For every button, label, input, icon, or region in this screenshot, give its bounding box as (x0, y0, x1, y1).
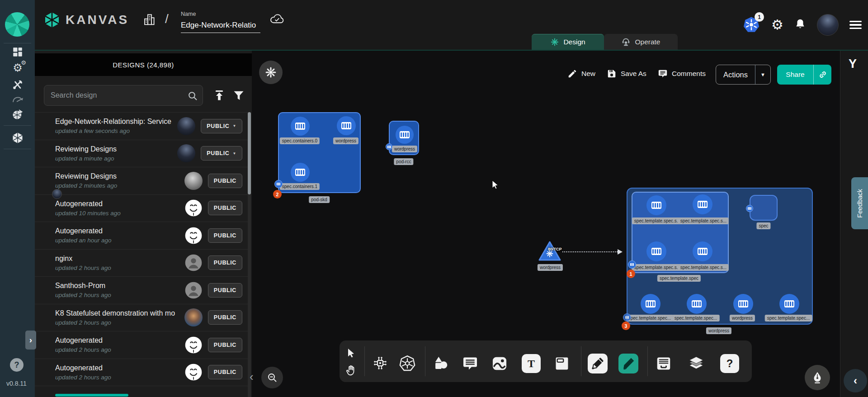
node-port-knob[interactable] (274, 180, 283, 188)
configuration-tools-icon[interactable] (11, 78, 24, 91)
toolbar-help-button[interactable]: ? (720, 354, 739, 373)
node-spec[interactable] (750, 195, 778, 221)
share-button[interactable]: Share (777, 65, 831, 85)
dashboard-icon[interactable] (11, 45, 24, 59)
design-list-item[interactable]: Reviewing Designs updated 2 minutes ago … (35, 167, 248, 195)
mesh-pie-icon[interactable] (11, 108, 24, 121)
design-list-item[interactable]: Reviewing Designs updated a minute ago P… (35, 140, 248, 168)
visibility-badge[interactable]: PUBLIC (208, 255, 242, 270)
container-node[interactable] (291, 163, 310, 182)
node-service-wordpress[interactable] (538, 241, 561, 263)
help-icon[interactable]: ? (10, 358, 24, 372)
design-list-item[interactable]: Santhosh-Prom updated 2 hours ago PUBLIC (35, 277, 248, 304)
node-port-knob[interactable] (623, 313, 631, 321)
design-list: Edge-Network-Relationship: Service updat… (35, 112, 248, 397)
design-list-item[interactable]: Autogenerated updated 2 hours ago PUBLIC (35, 331, 248, 359)
search-input[interactable] (44, 85, 203, 105)
search-icon[interactable] (187, 90, 198, 103)
layers-tool[interactable] (687, 354, 706, 373)
edge-pen-tool[interactable] (588, 354, 608, 373)
panel-scrollbar-thumb[interactable] (248, 112, 251, 194)
lifecycle-gears-icon[interactable]: ⚙⚙ (11, 61, 24, 75)
freehand-draw-tool[interactable] (618, 354, 638, 373)
notifications-bell-icon[interactable] (794, 18, 806, 32)
container-node[interactable] (396, 126, 414, 144)
container-node[interactable] (641, 294, 660, 314)
kanvas-logo[interactable]: KANVAS (43, 11, 129, 29)
image-tool[interactable] (490, 354, 509, 373)
container-node[interactable] (779, 294, 799, 314)
menu-hamburger-icon[interactable] (849, 21, 862, 29)
collapse-right-panel-button[interactable]: ‹ (844, 369, 867, 392)
organization-icon[interactable] (142, 13, 156, 28)
pan-hand-tool[interactable] (344, 364, 358, 377)
pen-nib-button[interactable] (805, 365, 830, 390)
filter-funnel-icon[interactable] (232, 89, 245, 104)
visibility-badge[interactable]: PUBLIC (208, 310, 242, 325)
settings-gear-icon[interactable]: ⚙ (771, 18, 783, 32)
feedback-tab[interactable]: Feedback (851, 177, 868, 229)
visibility-dropdown[interactable]: PUBLIC▼ (201, 146, 242, 161)
visibility-badge[interactable]: PUBLIC (208, 228, 242, 243)
note-tool[interactable] (552, 354, 571, 373)
design-name-input[interactable] (181, 20, 260, 33)
visibility-badge[interactable]: PUBLIC (208, 365, 242, 379)
error-count-badge[interactable]: 3 (622, 321, 630, 330)
design-list-item[interactable]: K8 Statefulset demonstration with mo upd… (35, 304, 248, 332)
design-list-item[interactable]: Autogenerated updated an hour ago PUBLIC (35, 222, 248, 250)
error-count-badge[interactable]: 1 (627, 269, 635, 278)
panel-expand-button[interactable]: › (25, 331, 36, 350)
container-node[interactable] (291, 117, 310, 136)
node-pod-skd[interactable]: spec.containers.0 wordpress spec.contain… (278, 112, 361, 193)
performance-gauge-icon[interactable] (11, 92, 24, 105)
node-pod-template[interactable]: spec.template.spec.s... spec.template.sp… (632, 192, 729, 273)
visibility-badge[interactable]: PUBLIC (208, 174, 242, 188)
design-list-item[interactable]: Autogenerated updated 2 hours ago PUBLIC (35, 359, 248, 387)
branch-icon[interactable]: Y (849, 57, 857, 71)
tab-design[interactable]: Design (532, 34, 604, 50)
visibility-badge[interactable]: PUBLIC (208, 338, 242, 352)
container-node[interactable] (337, 116, 356, 135)
container-node[interactable] (693, 194, 712, 214)
design-list-item[interactable]: Edge-Network-Relationship: Service updat… (35, 113, 248, 140)
actions-dropdown-button[interactable]: Actions ▼ (716, 65, 771, 85)
container-node[interactable] (687, 294, 707, 314)
shapes-tool[interactable] (431, 354, 451, 373)
zoom-out-button[interactable] (261, 367, 283, 388)
comment-tool[interactable] (461, 354, 479, 373)
container-node[interactable] (733, 294, 753, 314)
visibility-dropdown[interactable]: PUBLIC▼ (201, 119, 242, 133)
container-node[interactable] (693, 241, 712, 261)
tab-operate[interactable]: Operate (604, 34, 678, 50)
node-port-knob[interactable] (628, 260, 636, 269)
design-list-item[interactable]: nginx updated 2 hours ago PUBLIC (35, 250, 248, 277)
kanvas-hexagon-icon[interactable] (11, 131, 24, 145)
select-cursor-tool[interactable] (344, 346, 358, 360)
user-avatar[interactable] (817, 14, 839, 36)
comments-button[interactable]: Comments (658, 69, 706, 79)
node-port-knob[interactable] (746, 205, 753, 212)
text-tool[interactable]: T (522, 354, 541, 373)
import-design-icon[interactable] (213, 89, 226, 104)
visibility-badge[interactable]: PUBLIC (208, 283, 242, 298)
canvas-chevron-left-icon[interactable]: ‹ (250, 370, 254, 384)
container-node[interactable] (646, 195, 666, 215)
kubernetes-dock-button[interactable] (259, 61, 283, 84)
component-shape-tool[interactable] (371, 354, 390, 373)
copy-link-icon[interactable] (813, 65, 831, 85)
kubernetes-tool[interactable] (398, 354, 416, 373)
meshery-logo[interactable] (5, 12, 29, 37)
node-deployment-wordpress[interactable]: spec.template.spec.s... spec.template.sp… (627, 188, 813, 325)
service-edge[interactable] (562, 251, 619, 252)
kubernetes-context-button[interactable]: 1 (742, 16, 760, 34)
node-port-knob[interactable] (386, 143, 392, 150)
actions-caret-icon[interactable]: ▼ (755, 65, 770, 84)
drawer-archive-tool[interactable] (654, 354, 674, 373)
container-node[interactable] (646, 241, 666, 261)
error-count-badge[interactable]: 2 (273, 190, 282, 198)
visibility-badge[interactable]: PUBLIC (208, 201, 242, 215)
save-as-button[interactable]: Save As (607, 69, 646, 79)
new-button[interactable]: New (567, 69, 595, 79)
design-list-item[interactable]: Autogenerated updated 10 minutes ago PUB… (35, 195, 248, 222)
node-pod-rcc[interactable]: wordpress (389, 121, 419, 155)
